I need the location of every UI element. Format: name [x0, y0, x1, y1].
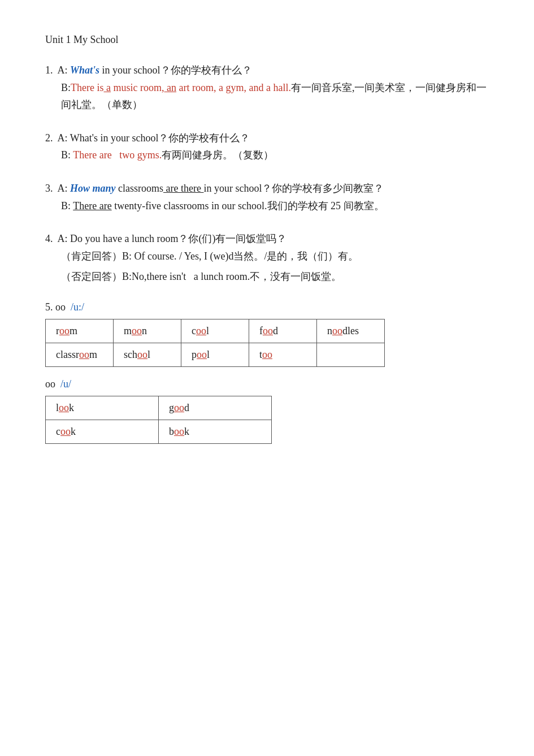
q1-b-there-is: There is	[71, 82, 103, 93]
table-row: look good	[46, 396, 272, 420]
q3-how-many: How many	[70, 183, 116, 194]
oo-underline: oo	[174, 402, 184, 413]
table-cell: classroom	[46, 343, 114, 366]
q1-whats: What's	[70, 64, 99, 76]
phonics-table1: room moon cool food noodles classroom sc…	[45, 319, 385, 367]
phonics-table2: look good cook book	[45, 396, 272, 444]
oo-underline: oo	[59, 402, 69, 413]
oo-underline: oo	[174, 426, 184, 437]
q4-num: 4. A: Do you have a lunch room？你(们)有一间饭堂…	[45, 233, 286, 244]
q2-b-there-are: There are two gyms.	[73, 149, 162, 161]
table-cell: too	[249, 343, 317, 366]
oo-underline: oo	[197, 349, 207, 360]
q4-a: 4. A: Do you have a lunch room？你(们)有一间饭堂…	[45, 230, 489, 248]
table-row: classroom school pool too	[46, 343, 385, 366]
q3-are-there: are there	[163, 183, 203, 194]
unit-title: Unit 1 My School	[45, 34, 489, 46]
question-3: 3. A: How many classrooms are there in y…	[45, 180, 489, 214]
oo-underline: oo	[332, 325, 342, 336]
q3-b-there-are: There are	[73, 200, 111, 211]
q3-num: 3. A:	[45, 183, 70, 194]
table-cell: cool	[181, 319, 249, 343]
table-cell: noodles	[317, 319, 385, 343]
phonics-sound2: /u/	[60, 378, 71, 390]
q2-b: B: There are two gyms.有两间健身房。（复数）	[61, 146, 489, 164]
q3-b: B: There are twenty-five classrooms in o…	[61, 197, 489, 215]
table-cell: moon	[114, 319, 181, 343]
phonics-sound1: /u:/	[71, 301, 84, 313]
table-row: cook book	[46, 420, 272, 443]
q1-b-an: an	[164, 82, 177, 93]
question-1: 1. A: What's in your school？你的学校有什么？ B:T…	[45, 62, 489, 114]
oo-underline: oo	[196, 325, 206, 336]
phonics-oo2: oo	[45, 378, 55, 390]
q1-b-rest: art room, a gym, and a hall.	[176, 82, 291, 93]
phonics-label1: 5. oo /u:/	[45, 301, 489, 313]
table-cell: room	[46, 319, 114, 343]
question-4: 4. A: Do you have a lunch room？你(们)有一间饭堂…	[45, 230, 489, 286]
table-cell: good	[159, 396, 272, 420]
oo-underline: oo	[137, 349, 147, 360]
table-cell: look	[46, 396, 159, 420]
q3-a: 3. A: How many classrooms are there in y…	[45, 180, 489, 197]
q1-b-music: music room,	[111, 82, 164, 93]
oo-underline: oo	[262, 349, 272, 360]
phonics-oo1: oo	[55, 301, 66, 313]
q3-classrooms: classrooms	[116, 183, 164, 194]
q4-b1: （肯定回答）B: Of course. / Yes, I (we)d当然。/是的…	[61, 248, 489, 265]
oo-underline: oo	[59, 325, 70, 336]
oo-underline: oo	[79, 349, 89, 360]
question-5: 5. oo /u:/ room moon cool food noodles c…	[45, 301, 489, 444]
table-cell: book	[159, 420, 272, 443]
q1-b: B:There is a music room, an art room, a …	[61, 79, 489, 114]
q1-b-a: a	[104, 82, 111, 93]
q2-a: 2. A: What's in your school？你的学校有什么？	[45, 129, 489, 147]
table-row: room moon cool food noodles	[46, 319, 385, 343]
q2-b-chinese: 有两间健身房。（复数）	[162, 149, 273, 161]
oo-underline: oo	[132, 325, 142, 336]
q5-num: 5.	[45, 301, 55, 313]
table-cell: pool	[181, 343, 249, 366]
phonics-label2: oo /u/	[45, 378, 489, 390]
oo-underline: oo	[60, 426, 71, 437]
q1-a: 1. A: What's in your school？你的学校有什么？	[45, 62, 489, 79]
q3-rest: in your school？你的学校有多少间教室？	[203, 183, 384, 194]
table-cell: school	[114, 343, 181, 366]
table-cell	[317, 343, 385, 366]
question-2: 2. A: What's in your school？你的学校有什么？ B: …	[45, 129, 489, 164]
oo-underline: oo	[263, 325, 273, 336]
q1-a-text: in your school？你的学校有什么？	[99, 64, 252, 76]
q4-b2: （否定回答）B:No,there isn't a lunch room.不，没有…	[61, 268, 489, 286]
table-cell: cook	[46, 420, 159, 443]
q3-b-text: twenty-five classrooms in our school.我们的…	[112, 200, 384, 211]
table-cell: food	[249, 319, 317, 343]
q2-num: 2. A: What's in your school？你的学校有什么？	[45, 132, 250, 144]
q1-num: 1. A:	[45, 64, 70, 76]
